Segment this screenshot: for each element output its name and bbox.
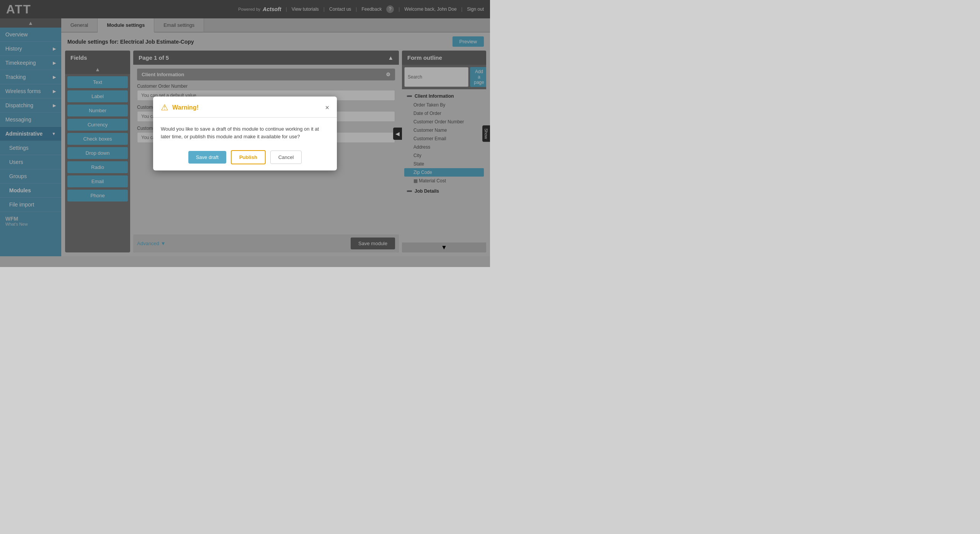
modal-title: Warning! — [172, 104, 199, 111]
modal-footer: Save draft Publish Cancel — [153, 144, 337, 170]
modal-header: ⚠ Warning! × — [153, 97, 337, 118]
warning-icon: ⚠ — [161, 103, 168, 113]
modal-close-button[interactable]: × — [325, 104, 329, 112]
cancel-button[interactable]: Cancel — [270, 151, 302, 164]
save-draft-button[interactable]: Save draft — [188, 151, 226, 164]
publish-button[interactable]: Publish — [231, 150, 266, 164]
modal-body: Would you like to save a draft of this m… — [153, 118, 337, 144]
modal-overlay[interactable]: ⚠ Warning! × Would you like to save a dr… — [0, 0, 490, 267]
modal-body-text: Would you like to save a draft of this m… — [161, 125, 329, 140]
warning-modal: ⚠ Warning! × Would you like to save a dr… — [153, 97, 337, 170]
